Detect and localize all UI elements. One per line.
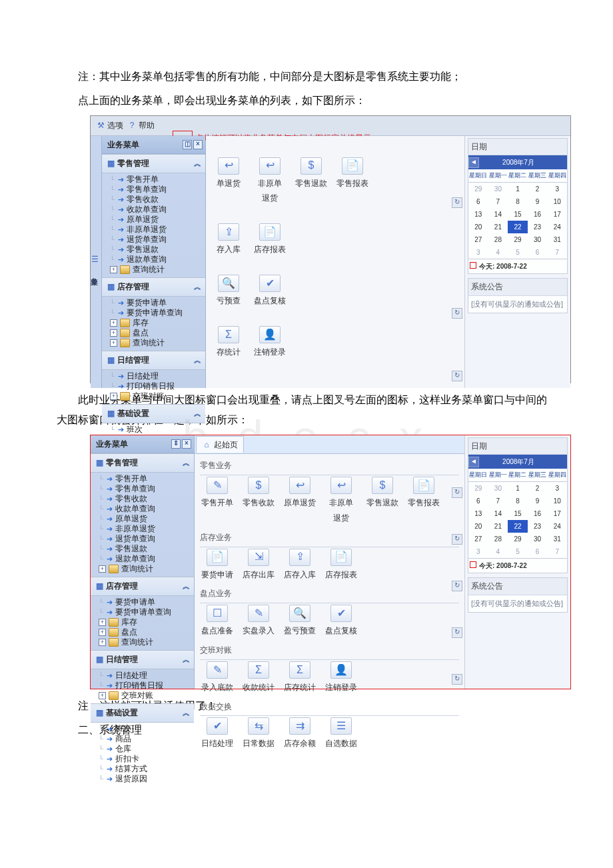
sidebar-item[interactable]: └➔退货单查询 <box>96 534 194 544</box>
cal-day[interactable]: 5 <box>508 246 528 259</box>
cal-day[interactable]: 27 <box>468 533 488 545</box>
sidebar-folder[interactable]: +查询统计 <box>96 637 194 647</box>
action-button[interactable]: ☰自选数据 <box>324 717 358 751</box>
cal-day[interactable]: 8 <box>508 195 528 208</box>
sidebar-item[interactable]: └➔商品 <box>96 734 194 744</box>
sidebar-item[interactable]: └➔打印销售日报 <box>96 681 194 691</box>
action-button[interactable]: 📄店存报表 <box>253 223 287 257</box>
action-button[interactable]: 👤注销登录 <box>253 326 287 360</box>
cal-day[interactable]: 4 <box>488 545 508 558</box>
cal-day[interactable]: 28 <box>488 233 508 246</box>
sidebar-item[interactable]: └➔非原单退货 <box>96 524 194 534</box>
sidebar-item[interactable]: └➔零售退款 <box>96 544 194 554</box>
cal-day[interactable]: 9 <box>528 495 548 507</box>
cal-day[interactable]: 16 <box>528 208 548 221</box>
sidebar-item[interactable]: └➔非原单退货 <box>107 225 205 235</box>
close-button[interactable]: × <box>182 439 191 449</box>
sidebar-item[interactable]: └➔零售开单 <box>96 474 194 484</box>
scroll-hint-icon[interactable]: ↻ <box>452 487 462 498</box>
cal-day[interactable]: 31 <box>547 233 567 246</box>
cal-day[interactable]: 29 <box>468 183 488 196</box>
close-button[interactable]: × <box>193 140 203 149</box>
action-button[interactable]: ⇆日常数据 <box>241 717 276 751</box>
cal-day[interactable]: 6 <box>528 246 548 259</box>
cal-day[interactable]: 2 <box>528 482 548 495</box>
action-button[interactable]: 🔍盈亏预查 <box>283 605 317 639</box>
cal-day[interactable]: 29 <box>508 233 528 246</box>
sidebar-folder[interactable]: +查询统计 <box>107 338 205 348</box>
sidebar-folder[interactable]: +库存 <box>107 318 205 328</box>
sidebar-item[interactable]: └➔要货申请单查询 <box>96 607 194 617</box>
sidebar-folder[interactable]: +查询统计 <box>107 265 205 275</box>
sidebar-item[interactable]: └➔打印销售日报 <box>107 381 205 391</box>
action-button[interactable]: ↩非原单 退货 <box>253 157 287 207</box>
cal-day[interactable]: 15 <box>508 507 528 520</box>
action-button[interactable]: ↩单退货 <box>211 157 246 207</box>
group-retail[interactable]: ▦ 零售管理 ︽ <box>102 154 205 173</box>
cal-day[interactable]: 20 <box>468 520 488 533</box>
cal-day[interactable]: 6 <box>528 545 548 558</box>
action-button[interactable]: $零售退款 <box>294 157 328 207</box>
action-button[interactable]: Σ收款统计 <box>241 661 276 695</box>
scroll-hint-icon[interactable]: ↻ <box>452 581 462 591</box>
sidebar-folder[interactable]: +库存 <box>96 617 194 627</box>
action-button[interactable]: ✎零售开单 <box>200 477 235 526</box>
sidebar-item[interactable]: └➔零售收款 <box>96 494 194 504</box>
cal-day[interactable]: 23 <box>528 520 548 533</box>
action-button[interactable]: ✎实盘录入 <box>241 605 276 639</box>
cal-day[interactable]: 8 <box>508 495 528 507</box>
action-button[interactable]: 📄零售报表 <box>335 157 370 207</box>
sidebar-item[interactable]: └➔零售退款 <box>107 245 205 255</box>
sidebar-item[interactable]: └➔日结处理 <box>107 371 205 381</box>
action-button[interactable]: ✔盘点复核 <box>253 275 287 309</box>
options-menu[interactable]: ⚒ 选项 <box>96 118 123 133</box>
start-tab[interactable]: ⌂ 起始页 <box>196 436 244 453</box>
cal-day[interactable]: 24 <box>547 520 567 533</box>
sidebar-item[interactable]: └➔结算方式 <box>96 764 194 774</box>
cal-day[interactable]: 3 <box>547 183 567 196</box>
scroll-hint-icon[interactable]: ↻ <box>452 627 462 638</box>
cal-prev[interactable]: ◄ <box>468 157 479 168</box>
cal-day[interactable]: 22 <box>508 221 528 233</box>
help-menu[interactable]: ? 帮助 <box>127 118 155 133</box>
group-retail[interactable]: ▦ 零售管理 ︽ <box>91 453 194 473</box>
scroll-hint-icon[interactable]: ↻ <box>452 371 462 381</box>
sidebar-folder[interactable]: +交班对账 <box>107 391 205 401</box>
action-button[interactable]: ⇪店存入库 <box>283 549 317 583</box>
cal-day[interactable]: 30 <box>528 533 548 545</box>
cal-day[interactable]: 15 <box>508 208 528 221</box>
sidebar-item[interactable]: └➔退款单查询 <box>107 255 205 265</box>
action-button[interactable]: ✔盘点复核 <box>324 605 358 639</box>
action-button[interactable]: 📄要货申请 <box>200 549 235 583</box>
action-button[interactable]: $零售退款 <box>365 477 400 526</box>
action-button[interactable]: ✎录入底款 <box>200 661 235 695</box>
calendar[interactable]: ◄2008年7月星期日星期一星期二星期三星期四29301236789101314… <box>468 455 567 573</box>
cal-day[interactable]: 28 <box>488 533 508 545</box>
action-button[interactable]: ⇪存入库 <box>211 223 246 257</box>
cal-day[interactable]: 3 <box>468 545 488 558</box>
sidebar-item[interactable]: └➔班次 <box>96 724 194 734</box>
action-button[interactable]: 📄店存报表 <box>324 549 358 583</box>
cal-day[interactable]: 7 <box>488 195 508 208</box>
cal-day[interactable]: 31 <box>547 533 567 545</box>
vertical-rail[interactable]: ☰ 业务菜单 <box>91 136 102 388</box>
cal-day[interactable]: 7 <box>488 495 508 507</box>
sidebar-item[interactable]: └➔退款单查询 <box>96 554 194 564</box>
cal-day[interactable]: 10 <box>547 495 567 507</box>
cal-day[interactable]: 14 <box>488 208 508 221</box>
cal-day[interactable]: 22 <box>508 520 528 533</box>
sidebar-item[interactable]: └➔零售开单 <box>107 175 205 185</box>
cal-day[interactable]: 2 <box>528 183 548 196</box>
action-button[interactable]: 📄零售报表 <box>406 477 441 526</box>
action-button[interactable]: ☐盘点准备 <box>200 605 235 639</box>
dock-button[interactable]: ◫ <box>183 140 192 149</box>
cal-day[interactable]: 29 <box>508 533 528 545</box>
sidebar-item[interactable]: └➔零售单查询 <box>96 484 194 494</box>
sidebar-item[interactable]: └➔要货申请单查询 <box>107 308 205 318</box>
action-button[interactable]: $零售收款 <box>241 477 276 526</box>
group-base[interactable]: ▦ 基础设置 ︽ <box>91 703 194 723</box>
cal-day[interactable]: 5 <box>508 545 528 558</box>
cal-day[interactable]: 6 <box>468 495 488 507</box>
sidebar-item[interactable]: └➔退货原因 <box>96 774 194 784</box>
cal-today[interactable]: 今天: 2008-7-22 <box>468 259 567 273</box>
